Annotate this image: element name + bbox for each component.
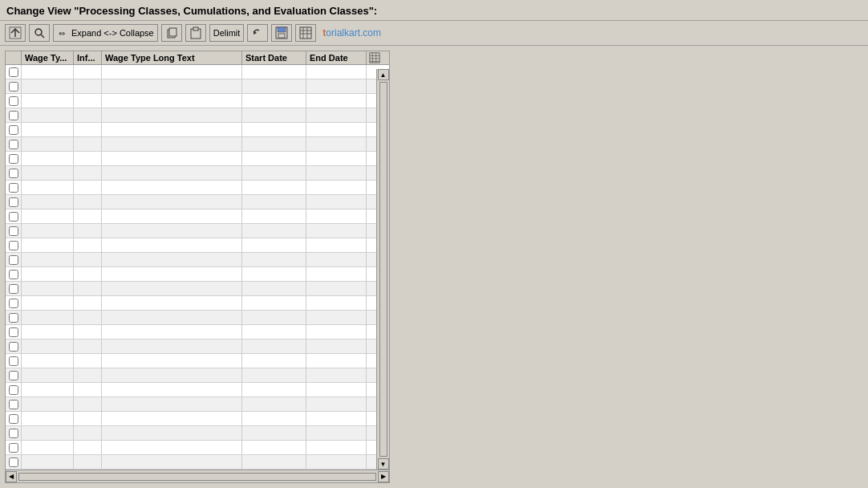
row-checkbox-cell[interactable] bbox=[6, 340, 22, 353]
row-checkbox[interactable] bbox=[9, 400, 18, 409]
table-row[interactable] bbox=[6, 137, 376, 152]
vscroll-up-arrow[interactable]: ▲ bbox=[378, 69, 389, 80]
row-checkbox[interactable] bbox=[9, 458, 18, 467]
row-checkbox-cell[interactable] bbox=[6, 166, 22, 180]
row-checkbox[interactable] bbox=[9, 82, 18, 92]
row-checkbox[interactable] bbox=[9, 197, 18, 207]
table-row[interactable] bbox=[6, 340, 376, 354]
table-row[interactable] bbox=[6, 65, 376, 79]
row-checkbox[interactable] bbox=[9, 226, 18, 236]
row-checkbox[interactable] bbox=[9, 385, 18, 395]
row-checkbox[interactable] bbox=[9, 313, 18, 323]
table-settings-btn[interactable] bbox=[295, 24, 316, 42]
th-settings-icon[interactable] bbox=[367, 51, 383, 64]
row-checkbox-cell[interactable] bbox=[6, 455, 22, 469]
row-checkbox-cell[interactable] bbox=[6, 152, 22, 165]
row-checkbox[interactable] bbox=[9, 270, 18, 279]
row-checkbox[interactable] bbox=[9, 111, 18, 120]
table-row[interactable] bbox=[6, 195, 376, 209]
table-row[interactable] bbox=[6, 238, 376, 253]
table-row[interactable] bbox=[6, 455, 376, 470]
hscroll-track[interactable] bbox=[18, 473, 376, 481]
expand-collapse-btn[interactable]: ⇔ Expand <-> Collapse bbox=[53, 24, 158, 42]
row-checkbox-cell[interactable] bbox=[6, 224, 22, 238]
row-checkbox[interactable] bbox=[9, 342, 18, 352]
vscroll-down-arrow[interactable]: ▼ bbox=[378, 458, 389, 470]
row-checkbox-cell[interactable] bbox=[6, 195, 22, 209]
row-checkbox-cell[interactable] bbox=[6, 311, 22, 324]
hscroll-right-arrow[interactable]: ▶ bbox=[378, 471, 389, 482]
row-checkbox-cell[interactable] bbox=[6, 137, 22, 151]
row-checkbox[interactable] bbox=[9, 299, 18, 308]
row-checkbox-cell[interactable] bbox=[6, 65, 22, 79]
row-checkbox-cell[interactable] bbox=[6, 267, 22, 281]
table-row[interactable] bbox=[6, 267, 376, 282]
table-row[interactable] bbox=[6, 79, 376, 94]
row-checkbox-cell[interactable] bbox=[6, 253, 22, 266]
row-checkbox[interactable] bbox=[9, 140, 18, 149]
table-row[interactable] bbox=[6, 94, 376, 108]
row-checkbox-cell[interactable] bbox=[6, 296, 22, 310]
table-row[interactable] bbox=[6, 368, 376, 383]
row-checkbox-cell[interactable] bbox=[6, 383, 22, 396]
row-checkbox[interactable] bbox=[9, 169, 18, 178]
table-row[interactable] bbox=[6, 253, 376, 267]
row-checkbox-cell[interactable] bbox=[6, 325, 22, 339]
table-row[interactable] bbox=[6, 166, 376, 181]
table-row[interactable] bbox=[6, 441, 376, 455]
row-checkbox[interactable] bbox=[9, 96, 18, 106]
row-checkbox[interactable] bbox=[9, 183, 18, 193]
table-row[interactable] bbox=[6, 325, 376, 340]
table-row[interactable] bbox=[6, 412, 376, 426]
table-row[interactable] bbox=[6, 181, 376, 195]
row-checkbox[interactable] bbox=[9, 327, 18, 337]
row-checkbox[interactable] bbox=[9, 284, 18, 294]
table-row[interactable] bbox=[6, 354, 376, 368]
row-checkbox[interactable] bbox=[9, 414, 18, 424]
table-row[interactable] bbox=[6, 152, 376, 166]
row-checkbox[interactable] bbox=[9, 443, 18, 453]
table-row[interactable] bbox=[6, 224, 376, 238]
tool-btn-1[interactable] bbox=[5, 24, 26, 42]
row-checkbox[interactable] bbox=[9, 125, 18, 135]
row-checkbox-cell[interactable] bbox=[6, 238, 22, 252]
table-row[interactable] bbox=[6, 296, 376, 311]
row-checkbox[interactable] bbox=[9, 255, 18, 265]
row-checkbox-cell[interactable] bbox=[6, 123, 22, 136]
row-checkbox-cell[interactable] bbox=[6, 368, 22, 382]
table-row[interactable] bbox=[6, 383, 376, 397]
row-checkbox-cell[interactable] bbox=[6, 426, 22, 440]
copy-btn[interactable] bbox=[161, 24, 182, 42]
table-row[interactable] bbox=[6, 311, 376, 325]
row-checkbox-cell[interactable] bbox=[6, 397, 22, 411]
hscroll-left-arrow[interactable]: ◀ bbox=[6, 471, 17, 482]
row-checkbox-cell[interactable] bbox=[6, 79, 22, 93]
table-row[interactable] bbox=[6, 108, 376, 123]
v-scrollbar[interactable]: ▲▼ bbox=[376, 69, 389, 470]
table-row[interactable] bbox=[6, 209, 376, 224]
row-checkbox[interactable] bbox=[9, 154, 18, 164]
row-checkbox-cell[interactable] bbox=[6, 412, 22, 425]
table-row[interactable] bbox=[6, 282, 376, 296]
row-checkbox-cell[interactable] bbox=[6, 354, 22, 368]
save-btn[interactable] bbox=[271, 24, 292, 42]
table-row[interactable] bbox=[6, 397, 376, 412]
paste-btn[interactable] bbox=[185, 24, 206, 42]
row-checkbox[interactable] bbox=[9, 429, 18, 438]
row-checkbox[interactable] bbox=[9, 356, 18, 366]
row-checkbox-cell[interactable] bbox=[6, 441, 22, 454]
delimit-btn[interactable]: Delimit bbox=[209, 24, 245, 42]
row-checkbox-cell[interactable] bbox=[6, 209, 22, 223]
row-checkbox[interactable] bbox=[9, 67, 18, 77]
table-row[interactable] bbox=[6, 426, 376, 441]
h-scrollbar[interactable]: ◀ ▶ bbox=[6, 470, 389, 482]
tool-btn-2[interactable] bbox=[29, 24, 50, 42]
table-row[interactable] bbox=[6, 123, 376, 137]
row-checkbox-cell[interactable] bbox=[6, 282, 22, 295]
vscroll-track[interactable] bbox=[379, 82, 387, 457]
row-checkbox[interactable] bbox=[9, 241, 18, 250]
row-checkbox-cell[interactable] bbox=[6, 108, 22, 122]
row-checkbox[interactable] bbox=[9, 371, 18, 380]
row-checkbox-cell[interactable] bbox=[6, 181, 22, 194]
row-checkbox-cell[interactable] bbox=[6, 94, 22, 108]
